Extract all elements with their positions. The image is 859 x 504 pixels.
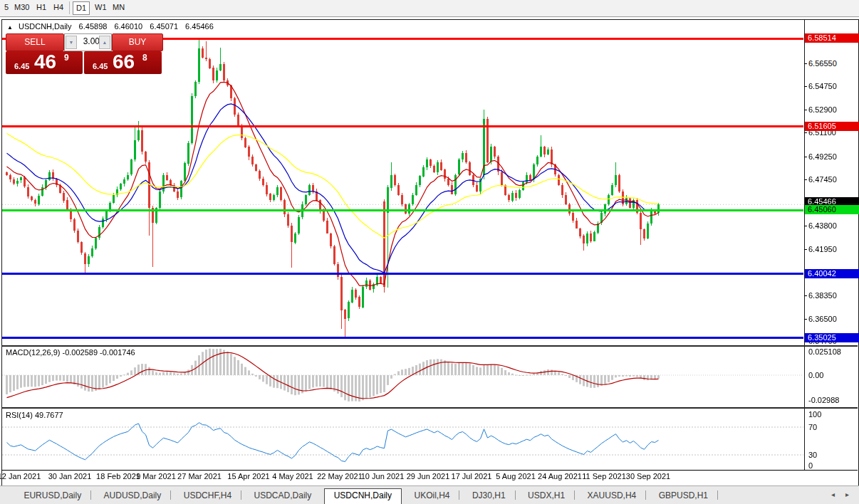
rsi-axis-tick: 70	[808, 423, 855, 431]
rsi-axis-tick: 30	[808, 451, 855, 459]
tab-usdchf[interactable]: USDCHF,H4	[175, 489, 241, 503]
tab-audusd[interactable]: AUDUSD,Daily	[95, 489, 171, 503]
price-tick: 6.52900	[808, 105, 855, 115]
macd-axis-tick: 0.025108	[808, 347, 855, 356]
macd-panel-separator[interactable]	[1, 345, 858, 347]
chart-header: ▲ USDCNH,Daily 6.45898 6.46010 6.45071 6…	[7, 22, 219, 31]
period-button-m30[interactable]: M30	[11, 1, 32, 14]
period-toolbar: 5 M30 H1 H4 D1 W1 MN	[0, 0, 859, 17]
period-button-h4[interactable]: H4	[51, 1, 66, 14]
resistance-price-badge: 6.51605	[805, 122, 859, 131]
period-button-w1[interactable]: W1	[92, 1, 110, 14]
support-price-badge: 6.40042	[805, 269, 859, 278]
sell-price-big: 46	[34, 51, 56, 73]
tab-ukoil[interactable]: UKOil,H4	[405, 489, 459, 503]
macd-axis-tick: -0.02988	[808, 396, 855, 404]
volume-spinner: ▼ 3.00 ▲	[64, 33, 112, 51]
rsi-indicator-label: RSI(14) 49.7677	[6, 411, 63, 419]
buy-price-display[interactable]: 6.45 66 8	[84, 51, 162, 74]
sell-price-sup: 9	[64, 53, 69, 63]
price-tick: 6.47450	[808, 175, 855, 184]
tab-xauusd[interactable]: XAUUSD,H4	[578, 489, 646, 503]
tab-separator	[515, 490, 516, 500]
tab-separator	[459, 490, 459, 500]
date-label: 27 Mar 2021	[172, 472, 227, 481]
tab-usdx[interactable]: USDX,H1	[519, 489, 574, 503]
period-button-mn[interactable]: MN	[110, 1, 127, 14]
rsi-axis-tick: 0	[808, 461, 855, 470]
date-label: 12 Jan 2021	[0, 472, 46, 481]
rsi-axis-tick: 100	[808, 410, 855, 419]
chart-symbol-period: USDCNH,Daily	[19, 22, 72, 31]
resistance-price-badge: 6.58514	[805, 33, 859, 43]
price-axis-separator	[804, 20, 805, 470]
macd-indicator-label: MACD(12,26,9) -0.002589 -0.001746	[6, 348, 135, 357]
macd-axis-tick: 0.00	[808, 371, 855, 379]
period-button-h1[interactable]: H1	[33, 1, 49, 14]
tab-separator	[90, 490, 91, 500]
tab-dj30[interactable]: DJ30,H1	[463, 489, 515, 503]
buy-price-big: 66	[113, 51, 135, 73]
date-label: 30 Sep 2021	[621, 472, 675, 481]
one-click-trade-widget: SELL ▼ 3.00 ▲ BUY 6.45 46 9 6.45 66 8	[6, 33, 162, 74]
tab-usdcnh-active[interactable]: USDCNH,Daily	[324, 488, 402, 504]
tab-separator	[574, 490, 575, 500]
ohlc-low: 6.45071	[150, 22, 178, 31]
trading-terminal: 5 M30 H1 H4 D1 W1 MN ▲ USDCNH,Daily 6.45…	[0, 0, 859, 504]
volume-increment-icon[interactable]: ▲	[99, 36, 110, 49]
buy-price-prefix: 6.45	[93, 62, 108, 70]
sell-price-prefix: 6.45	[14, 62, 29, 70]
buy-price-sup: 8	[142, 53, 147, 63]
ohlc-open: 6.45898	[79, 22, 108, 31]
price-tick: 6.56550	[808, 59, 855, 68]
ohlc-close: 6.45466	[185, 22, 214, 31]
chart-tab-bar: EURUSD,Daily AUDUSD,Daily USDCHF,H4 USDC…	[0, 485, 859, 504]
volume-input[interactable]: 3.00	[76, 34, 100, 49]
tab-eurusd[interactable]: EURUSD,Daily	[14, 489, 90, 503]
period-button-m5[interactable]: 5	[1, 1, 11, 14]
tab-separator	[241, 490, 241, 500]
tab-gbpusd[interactable]: GBPUSD,H1	[650, 489, 717, 503]
price-tick: 6.49250	[808, 152, 855, 162]
support-price-badge: 6.45060	[805, 205, 859, 214]
price-tick: 6.43800	[808, 221, 855, 231]
date-label: 4 May 2021	[266, 472, 320, 481]
toolbar-separator	[69, 1, 70, 14]
tab-separator	[645, 490, 646, 500]
price-tick: 6.36500	[808, 315, 855, 324]
tab-scroll-left-icon[interactable]: ◂	[831, 490, 835, 498]
tab-scroll-right-icon[interactable]: ▸	[845, 490, 849, 498]
buy-button[interactable]: BUY	[112, 33, 163, 51]
date-axis-separator	[1, 470, 858, 471]
price-tick: 6.38350	[808, 291, 855, 300]
price-chart-canvas[interactable]	[1, 20, 804, 470]
price-tick: 6.54750	[808, 82, 855, 91]
sell-button[interactable]: SELL	[6, 33, 64, 51]
support-price-badge: 6.35025	[805, 333, 859, 342]
tab-separator	[717, 490, 718, 500]
period-button-d1[interactable]: D1	[73, 1, 90, 15]
sell-price-display[interactable]: 6.45 46 9	[6, 51, 83, 74]
ohlc-high: 6.46010	[114, 22, 142, 31]
tab-separator	[170, 490, 171, 500]
tab-usdcad[interactable]: USDCAD,Daily	[245, 489, 321, 503]
collapse-icon[interactable]: ▲	[7, 24, 13, 31]
date-label: 30 Jan 2021	[43, 472, 97, 481]
rsi-panel-separator[interactable]	[1, 407, 858, 409]
price-tick: 6.41950	[808, 245, 855, 254]
